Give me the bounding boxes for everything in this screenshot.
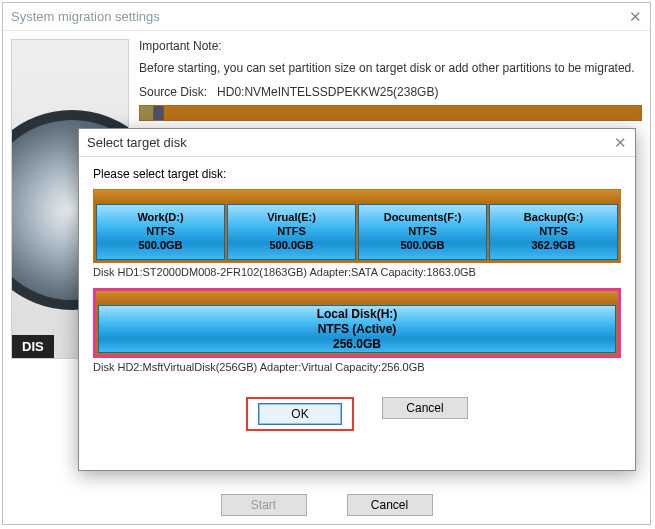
partition-work-d[interactable]: Work(D:) NTFS 500.0GB — [96, 204, 225, 260]
modal-close-icon[interactable]: ✕ — [614, 134, 627, 152]
modal-prompt: Please select target disk: — [93, 167, 621, 181]
modal-title: Select target disk — [87, 135, 187, 150]
disk2-meta: Disk HD2:MsftVirtualDisk(256GB) Adapter:… — [93, 361, 621, 373]
parent-cancel-button[interactable]: Cancel — [347, 494, 433, 516]
note-text: Before starting, you can set partition s… — [139, 61, 642, 75]
source-disk-label: Source Disk: — [139, 85, 207, 99]
target-disk-1[interactable]: Work(D:) NTFS 500.0GB Virual(E:) NTFS 50… — [93, 189, 621, 263]
modal-cancel-button[interactable]: Cancel — [382, 397, 468, 419]
parent-title: System migration settings — [11, 9, 160, 24]
disk1-meta: Disk HD1:ST2000DM008-2FR102(1863GB) Adap… — [93, 266, 621, 278]
source-disk-value: HD0:NVMeINTELSSDPEKKW25(238GB) — [217, 85, 438, 99]
partition-documents-f[interactable]: Documents(F:) NTFS 500.0GB — [358, 204, 487, 260]
disk-illustration-label: DIS — [12, 335, 54, 358]
partition-virual-e[interactable]: Virual(E:) NTFS 500.0GB — [227, 204, 356, 260]
partition-local-disk-h[interactable]: Local Disk(H:) NTFS (Active) 256.0GB — [98, 305, 616, 353]
ok-highlight: OK — [246, 397, 354, 431]
modal-titlebar[interactable]: Select target disk ✕ — [79, 129, 635, 157]
partition-backup-g[interactable]: Backup(G:) NTFS 362.9GB — [489, 204, 618, 260]
ok-button[interactable]: OK — [258, 403, 342, 425]
close-icon[interactable]: ✕ — [629, 8, 642, 26]
start-button[interactable]: Start — [221, 494, 307, 516]
target-disk-2[interactable]: Local Disk(H:) NTFS (Active) 256.0GB — [93, 288, 621, 358]
note-title: Important Note: — [139, 39, 642, 53]
select-target-disk-dialog: Select target disk ✕ Please select targe… — [78, 128, 636, 471]
source-disk-line: Source Disk: HD0:NVMeINTELSSDPEKKW25(238… — [139, 85, 642, 99]
source-disk-bar — [139, 105, 642, 121]
parent-titlebar[interactable]: System migration settings ✕ — [3, 3, 650, 31]
